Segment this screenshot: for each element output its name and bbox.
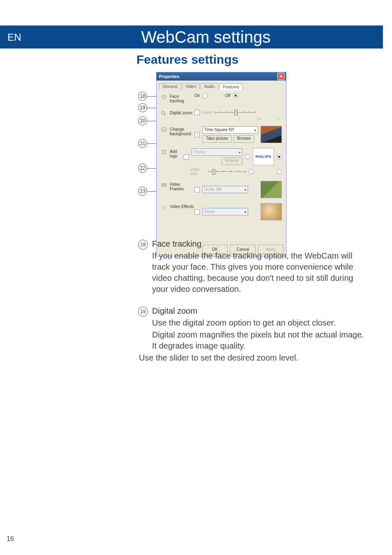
add-logo-checkbox[interactable] bbox=[184, 154, 189, 160]
close-icon[interactable]: ✕ bbox=[277, 73, 285, 80]
tab-features[interactable]: Features bbox=[219, 83, 243, 90]
row-add-logo: Add logo Smiley Browse PHILI bbox=[161, 148, 282, 176]
background-dropdown[interactable]: Time Square NY bbox=[202, 126, 258, 134]
dialog-titlebar: Properties ✕ bbox=[157, 72, 286, 81]
callout-number: 20 bbox=[138, 116, 147, 125]
logo-dropdown[interactable]: Smiley bbox=[191, 148, 242, 156]
change-background-checkbox[interactable]: ✓ bbox=[194, 132, 200, 137]
video-frames-preview bbox=[261, 181, 282, 198]
svg-point-0 bbox=[162, 95, 166, 99]
background-icon bbox=[161, 127, 167, 133]
logo-pos-radio-4[interactable] bbox=[277, 169, 282, 174]
take-picture-button[interactable]: Take picture bbox=[202, 135, 232, 143]
logo-pos-radio-3[interactable] bbox=[249, 169, 254, 174]
dialog-title: Properties bbox=[159, 74, 179, 79]
face-icon bbox=[161, 94, 167, 100]
svg-rect-9 bbox=[163, 184, 166, 186]
properties-dialog: Properties ✕ General Video Audio Feature… bbox=[156, 72, 286, 257]
logo-icon bbox=[161, 149, 167, 155]
logo-size-label: Logo size bbox=[190, 167, 206, 176]
tab-strip: General Video Audio Features bbox=[159, 83, 286, 90]
video-frames-label: Video Frames bbox=[170, 182, 194, 191]
tab-audio[interactable]: Audio bbox=[201, 83, 219, 90]
frame-icon bbox=[161, 182, 167, 188]
face-tracking-label: Face tracking bbox=[170, 94, 194, 103]
svg-point-2 bbox=[164, 96, 165, 97]
face-tracking-heading: Face tracking bbox=[152, 238, 367, 250]
row-face-tracking: Face tracking On Off bbox=[161, 93, 282, 104]
zoom-max: 8 bbox=[278, 117, 279, 120]
zoom-slider[interactable] bbox=[214, 109, 256, 115]
digital-zoom-heading: Digital zoom bbox=[152, 305, 367, 317]
magnifier-icon bbox=[161, 110, 167, 117]
digital-zoom-checkbox[interactable] bbox=[194, 110, 200, 115]
logo-preview: PHILIPS bbox=[253, 148, 274, 165]
face-tracking-off-label: Off bbox=[225, 93, 230, 98]
face-tracking-on-label: On bbox=[194, 93, 200, 98]
section-heading: Features settings bbox=[136, 53, 238, 67]
video-effects-label: Video Effects bbox=[170, 204, 194, 209]
tab-video[interactable]: Video bbox=[182, 83, 200, 90]
features-panel: Face tracking On Off Digital zoom bbox=[159, 90, 284, 238]
logo-pos-radio-1[interactable] bbox=[245, 154, 250, 160]
svg-point-3 bbox=[162, 111, 165, 114]
callout-number: 23 bbox=[138, 187, 147, 196]
add-logo-label: Add logo bbox=[170, 149, 184, 158]
digital-zoom-para-1: Use the digital zoom option to get an ob… bbox=[152, 317, 367, 328]
callout-number: 21 bbox=[138, 139, 147, 148]
row-video-effects: Video Effects Sepia bbox=[161, 203, 282, 220]
change-background-label: Change background bbox=[170, 127, 194, 136]
svg-line-7 bbox=[162, 150, 166, 154]
digital-zoom-para-2: Digital zoom magnifies the pixels but no… bbox=[152, 329, 367, 352]
face-tracking-paragraph: If you enable the face tracking option, … bbox=[152, 250, 367, 295]
callout-number: 18 bbox=[138, 92, 147, 101]
row-video-frames: Video Frames Dollar Bill bbox=[161, 181, 282, 198]
digital-zoom-label: Digital zoom bbox=[170, 111, 194, 115]
zoom-level-label: Level bbox=[202, 110, 212, 115]
background-preview bbox=[261, 126, 282, 143]
video-effects-dropdown[interactable]: Sepia bbox=[202, 208, 248, 215]
callout-number: 19 bbox=[138, 307, 148, 317]
svg-line-4 bbox=[164, 114, 166, 116]
digital-zoom-para-3: Use the slider to set the desired zoom l… bbox=[139, 352, 367, 363]
video-effects-checkbox[interactable] bbox=[194, 209, 200, 215]
page-number: 16 bbox=[7, 535, 14, 543]
language-badge: EN bbox=[0, 25, 29, 49]
logo-size-slider[interactable] bbox=[209, 169, 246, 174]
row-digital-zoom: Digital zoom Level 1 4.8 bbox=[161, 109, 282, 121]
callout-number: 22 bbox=[138, 164, 147, 173]
svg-point-1 bbox=[163, 96, 164, 97]
body-text: 18 Face tracking If you enable the face … bbox=[138, 238, 367, 365]
svg-rect-5 bbox=[162, 128, 166, 132]
callout-number: 18 bbox=[138, 240, 148, 250]
callout-number: 19 bbox=[138, 103, 147, 112]
background-browse-button[interactable]: Browse bbox=[233, 135, 254, 143]
face-tracking-off-radio[interactable] bbox=[233, 93, 238, 98]
logo-pos-radio-2[interactable] bbox=[277, 154, 282, 160]
zoom-value: 4.8 bbox=[257, 117, 261, 120]
zoom-min: 1 bbox=[238, 117, 240, 120]
effects-icon bbox=[161, 204, 167, 210]
video-frames-dropdown[interactable]: Dollar Bill bbox=[202, 186, 248, 193]
row-change-background: Change background ✓ Time Square NY Take … bbox=[161, 126, 282, 143]
video-effects-preview bbox=[261, 203, 282, 220]
title-bar: WebCam settings bbox=[29, 25, 383, 49]
face-tracking-on-radio[interactable] bbox=[202, 93, 208, 98]
logo-browse-button[interactable]: Browse bbox=[221, 157, 242, 165]
video-frames-checkbox[interactable] bbox=[194, 187, 200, 192]
tab-general[interactable]: General bbox=[159, 83, 181, 90]
